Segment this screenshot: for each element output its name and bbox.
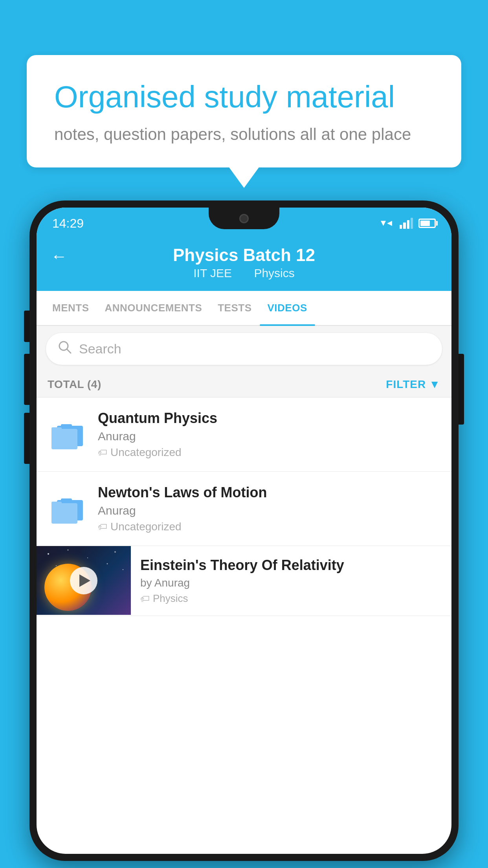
tab-videos[interactable]: VIDEOS	[260, 291, 315, 325]
tab-announcements[interactable]: ANNOUNCEMENTS	[97, 291, 210, 325]
search-icon	[58, 340, 72, 358]
video-item-icon	[48, 419, 87, 449]
filter-button[interactable]: FILTER ▼	[386, 378, 440, 391]
battery-icon	[418, 219, 436, 228]
video-item-icon	[48, 494, 87, 524]
svg-point-8	[123, 569, 123, 570]
list-item[interactable]: Quantum Physics Anurag 🏷 Uncategorized	[37, 397, 451, 472]
tag-text: Uncategorized	[110, 446, 182, 459]
video-author: Anurag	[98, 504, 440, 517]
phone-notch	[209, 208, 279, 229]
video-tag: 🏷 Physics	[140, 592, 442, 605]
svg-point-6	[56, 565, 57, 566]
phone-power-button	[459, 354, 464, 425]
svg-point-7	[107, 563, 108, 565]
phone-body: 14:29 ▾ ◂	[29, 200, 459, 861]
status-icons: ▾ ◂	[381, 218, 436, 229]
wifi-icon: ▾ ◂	[381, 218, 394, 229]
svg-line-1	[67, 349, 71, 353]
folder-body-front	[51, 503, 77, 524]
header-title: Physics Batch 12	[173, 245, 315, 265]
search-container: Search	[37, 326, 451, 372]
filter-bar: TOTAL (4) FILTER ▼	[37, 372, 451, 397]
list-item[interactable]: Newton's Laws of Motion Anurag 🏷 Uncateg…	[37, 472, 451, 546]
video-title: Quantum Physics	[98, 410, 440, 427]
header-subtitle-iitjee: IIT JEE	[193, 267, 232, 280]
tag-icon: 🏷	[98, 447, 107, 458]
tag-text: Uncategorized	[110, 520, 182, 533]
signal-icon	[400, 218, 413, 229]
svg-point-4	[87, 557, 88, 558]
front-camera	[239, 214, 249, 223]
list-item[interactable]: Einstein's Theory Of Relativity by Anura…	[37, 546, 451, 616]
filter-label: FILTER	[386, 378, 426, 391]
speech-bubble: Organised study material notes, question…	[27, 55, 461, 167]
video-list: Quantum Physics Anurag 🏷 Uncategorized	[37, 397, 451, 616]
svg-point-2	[48, 553, 49, 555]
tab-tests[interactable]: TESTS	[210, 291, 259, 325]
header-subtitle: IIT JEE Physics	[189, 267, 299, 280]
speech-bubble-subtitle: notes, question papers, solutions all at…	[54, 125, 434, 144]
total-count: TOTAL (4)	[48, 378, 101, 391]
video-item-info: Newton's Laws of Motion Anurag 🏷 Uncateg…	[98, 484, 440, 533]
play-triangle	[79, 574, 90, 587]
tag-icon: 🏷	[140, 593, 150, 604]
folder-icon	[51, 419, 83, 449]
phone-volume-down	[24, 413, 29, 464]
video-title: Newton's Laws of Motion	[98, 484, 440, 501]
video-author: by Anurag	[140, 577, 442, 589]
folder-icon	[51, 494, 83, 524]
folder-body-front	[51, 429, 77, 449]
phone-frame: 14:29 ▾ ◂	[29, 200, 459, 861]
video-thumbnail	[37, 546, 131, 615]
back-button[interactable]: ←	[51, 247, 67, 266]
svg-point-3	[68, 550, 69, 551]
status-time: 14:29	[52, 216, 84, 231]
phone-screen: 14:29 ▾ ◂	[37, 208, 451, 854]
video-author: Anurag	[98, 430, 440, 443]
video-tag: 🏷 Uncategorized	[98, 520, 440, 533]
play-button[interactable]	[70, 567, 97, 594]
search-placeholder: Search	[79, 341, 121, 357]
search-box[interactable]: Search	[46, 333, 442, 365]
filter-icon: ▼	[429, 378, 440, 391]
svg-point-5	[114, 551, 116, 553]
phone-side-button	[24, 311, 29, 342]
tag-text: Physics	[153, 592, 188, 605]
app-header: ← Physics Batch 12 IIT JEE Physics	[37, 236, 451, 291]
video-tag: 🏷 Uncategorized	[98, 446, 440, 459]
video-title: Einstein's Theory Of Relativity	[140, 557, 442, 574]
tabs-bar: MENTS ANNOUNCEMENTS TESTS VIDEOS	[37, 291, 451, 326]
video-item-info: Einstein's Theory Of Relativity by Anura…	[131, 546, 451, 616]
phone-volume-up	[24, 354, 29, 405]
tag-icon: 🏷	[98, 521, 107, 532]
battery-fill	[420, 221, 430, 226]
tab-ments[interactable]: MENTS	[44, 291, 97, 325]
speech-bubble-title: Organised study material	[54, 79, 434, 116]
header-subtitle-physics: Physics	[254, 267, 294, 280]
video-item-info: Quantum Physics Anurag 🏷 Uncategorized	[98, 410, 440, 459]
